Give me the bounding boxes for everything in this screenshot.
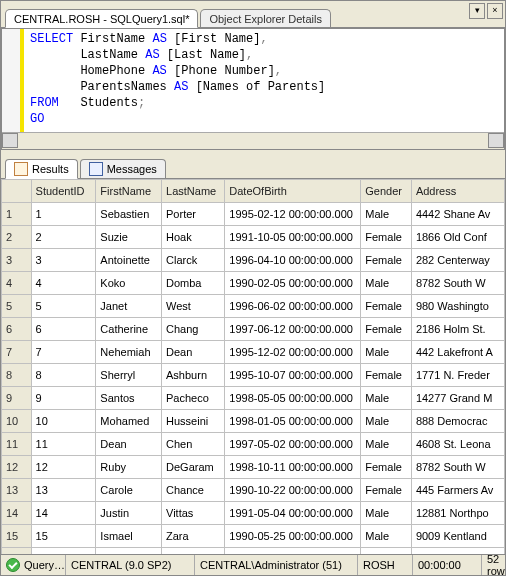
row-number-cell[interactable]: 11 [2, 433, 32, 456]
tab-query-file[interactable]: CENTRAL.ROSH - SQLQuery1.sql* [5, 9, 198, 28]
cell-studentid[interactable]: 12 [31, 456, 96, 479]
cell-gender[interactable]: Female [361, 249, 412, 272]
cell-dateofbirth[interactable]: 1995-02-12 00:00:00.000 [225, 203, 361, 226]
cell-address[interactable]: 14277 Grand M [411, 387, 504, 410]
cell-studentid[interactable]: 3 [31, 249, 96, 272]
results-grid[interactable]: StudentID FirstName LastName DateOfBirth… [1, 179, 505, 554]
table-row[interactable]: 77NehemiahDean1995-12-02 00:00:00.000Mal… [2, 341, 505, 364]
cell-gender[interactable]: Male [361, 502, 412, 525]
cell-dateofbirth[interactable]: 1991-10-05 00:00:00.000 [225, 226, 361, 249]
cell-dateofbirth[interactable]: 1996-06-02 00:00:00.000 [225, 295, 361, 318]
tab-object-explorer-details[interactable]: Object Explorer Details [200, 9, 331, 27]
cell-lastname[interactable]: Chen [162, 433, 225, 456]
cell-dateofbirth[interactable]: 1990-05-25 00:00:00.000 [225, 525, 361, 548]
cell-studentid[interactable]: 10 [31, 410, 96, 433]
cell-lastname[interactable]: Zara [162, 525, 225, 548]
cell-gender[interactable]: Male [361, 433, 412, 456]
cell-dateofbirth[interactable]: 1997-06-12 00:00:00.000 [225, 318, 361, 341]
cell-gender[interactable]: Male [361, 548, 412, 555]
cell-firstname[interactable]: Nehemiah [96, 341, 162, 364]
cell-address[interactable]: 442 Lakefront A [411, 341, 504, 364]
cell-address[interactable]: 888 Democrac [411, 410, 504, 433]
cell-firstname[interactable]: Ismael [96, 525, 162, 548]
col-header-address[interactable]: Address [411, 180, 504, 203]
table-row[interactable]: 11SebastienPorter1995-02-12 00:00:00.000… [2, 203, 505, 226]
cell-dateofbirth[interactable]: 1995-12-02 00:00:00.000 [225, 341, 361, 364]
cell-address[interactable]: 8782 South W [411, 272, 504, 295]
cell-gender[interactable]: Female [361, 226, 412, 249]
cell-firstname[interactable]: Justin [96, 502, 162, 525]
cell-address[interactable]: 12881 Northpo [411, 502, 504, 525]
cell-lastname[interactable]: Vittas [162, 502, 225, 525]
sql-text[interactable]: SELECT FirstName AS [First Name], LastNa… [2, 29, 504, 127]
cell-gender[interactable]: Male [361, 410, 412, 433]
cell-address[interactable]: 980 Washingto [411, 295, 504, 318]
tab-list-dropdown-icon[interactable]: ▾ [469, 3, 485, 19]
cell-firstname[interactable]: Antoinette [96, 249, 162, 272]
sql-editor[interactable]: SELECT FirstName AS [First Name], LastNa… [1, 28, 505, 150]
close-icon[interactable]: × [487, 3, 503, 19]
cell-lastname[interactable]: Ashburn [162, 364, 225, 387]
cell-studentid[interactable]: 4 [31, 272, 96, 295]
row-number-cell[interactable]: 2 [2, 226, 32, 249]
cell-firstname[interactable]: Santos [96, 387, 162, 410]
cell-studentid[interactable]: 11 [31, 433, 96, 456]
cell-address[interactable]: 9009 Kentland [411, 525, 504, 548]
cell-address[interactable]: 445 Farmers Av [411, 479, 504, 502]
table-row[interactable]: 44KokoDomba1990-02-05 00:00:00.000Male87… [2, 272, 505, 295]
cell-studentid[interactable]: 7 [31, 341, 96, 364]
cell-firstname[interactable]: Dean [96, 433, 162, 456]
cell-studentid[interactable]: 5 [31, 295, 96, 318]
row-number-cell[interactable]: 7 [2, 341, 32, 364]
cell-gender[interactable]: Male [361, 387, 412, 410]
cell-firstname[interactable]: Suzie [96, 226, 162, 249]
cell-dateofbirth[interactable]: 1991-05-04 00:00:00.000 [225, 502, 361, 525]
cell-address[interactable]: 2186 Holm St. [411, 318, 504, 341]
cell-lastname[interactable]: Clarck [162, 249, 225, 272]
cell-lastname[interactable]: Porter [162, 203, 225, 226]
cell-gender[interactable]: Male [361, 525, 412, 548]
editor-horizontal-scrollbar[interactable] [2, 132, 504, 149]
table-row[interactable]: 1111DeanChen1997-05-02 00:00:00.000Male4… [2, 433, 505, 456]
cell-studentid[interactable]: 15 [31, 525, 96, 548]
cell-lastname[interactable]: DeGaram [162, 456, 225, 479]
cell-address[interactable]: 1866 Old Conf [411, 226, 504, 249]
table-row[interactable]: 1414JustinVittas1991-05-04 00:00:00.000M… [2, 502, 505, 525]
cell-studentid[interactable]: 8 [31, 364, 96, 387]
col-header-studentid[interactable]: StudentID [31, 180, 96, 203]
tab-messages[interactable]: Messages [80, 159, 166, 178]
cell-dateofbirth[interactable]: 1990-02-05 00:00:00.000 [225, 272, 361, 295]
cell-gender[interactable]: Female [361, 318, 412, 341]
cell-gender[interactable]: Female [361, 364, 412, 387]
cell-dateofbirth[interactable]: 1990-10-22 00:00:00.000 [225, 479, 361, 502]
cell-dateofbirth[interactable]: 1998-01-05 00:00:00.000 [225, 410, 361, 433]
cell-address[interactable]: 4608 St. Leona [411, 433, 504, 456]
cell-address[interactable]: 4442 Shane Av [411, 203, 504, 226]
row-number-cell[interactable]: 14 [2, 502, 32, 525]
cell-address[interactable]: 8782 South W [411, 456, 504, 479]
cell-dateofbirth[interactable]: 1990-07-23 00:00:00.000 [225, 548, 361, 555]
cell-studentid[interactable]: 1 [31, 203, 96, 226]
row-number-cell[interactable]: 10 [2, 410, 32, 433]
row-selector-header[interactable] [2, 180, 32, 203]
tab-results[interactable]: Results [5, 159, 78, 179]
cell-gender[interactable]: Female [361, 456, 412, 479]
table-row[interactable]: 1212RubyDeGaram1998-10-11 00:00:00.000Fe… [2, 456, 505, 479]
table-row[interactable]: 1313CaroleChance1990-10-22 00:00:00.000F… [2, 479, 505, 502]
cell-gender[interactable]: Male [361, 341, 412, 364]
col-header-firstname[interactable]: FirstName [96, 180, 162, 203]
cell-firstname[interactable]: Carole [96, 479, 162, 502]
cell-lastname[interactable]: Hoak [162, 226, 225, 249]
cell-address[interactable]: 1872 Hunters D [411, 548, 504, 555]
cell-studentid[interactable]: 14 [31, 502, 96, 525]
cell-firstname[interactable]: Ruby [96, 456, 162, 479]
table-row[interactable]: 88SherrylAshburn1995-10-07 00:00:00.000F… [2, 364, 505, 387]
table-row[interactable]: 33AntoinetteClarck1996-04-10 00:00:00.00… [2, 249, 505, 272]
cell-gender[interactable]: Female [361, 479, 412, 502]
cell-dateofbirth[interactable]: 1998-10-11 00:00:00.000 [225, 456, 361, 479]
col-header-gender[interactable]: Gender [361, 180, 412, 203]
cell-lastname[interactable]: Domba [162, 272, 225, 295]
row-number-cell[interactable]: 12 [2, 456, 32, 479]
cell-firstname[interactable]: Mohamed [96, 410, 162, 433]
cell-gender[interactable]: Male [361, 203, 412, 226]
